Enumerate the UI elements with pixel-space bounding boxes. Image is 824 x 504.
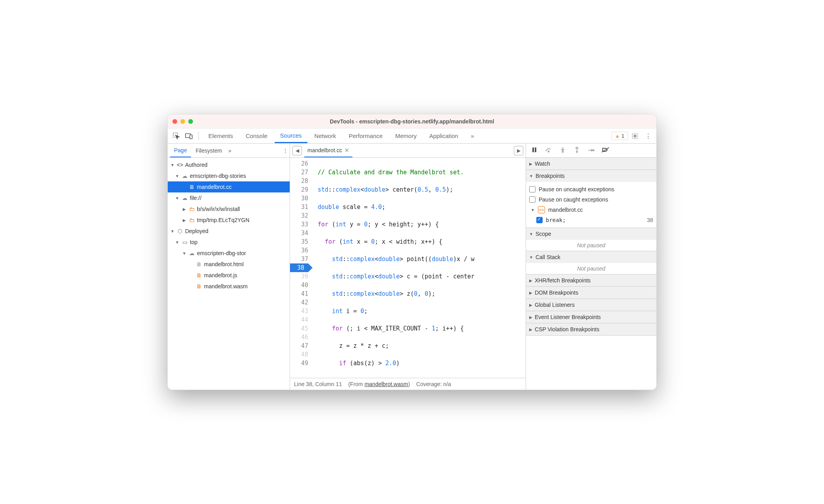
- svg-point-9: [593, 149, 594, 151]
- file-icon: <>: [538, 206, 545, 213]
- tab-console[interactable]: Console: [240, 129, 273, 143]
- xhr-header[interactable]: ▶XHR/fetch Breakpoints: [526, 274, 656, 286]
- settings-icon[interactable]: [629, 131, 640, 142]
- scope-section: ▼Scope Not paused: [526, 228, 656, 251]
- svg-point-6: [548, 151, 549, 152]
- tree-file-mandelbrot-cc[interactable]: 🗎mandelbrot.cc: [168, 181, 290, 192]
- global-listeners-header[interactable]: ▶Global Listeners: [526, 299, 656, 311]
- tree-folder-1[interactable]: ▶🗀b/s/w/ir/x/w/install: [168, 203, 290, 215]
- pause-uncaught-checkbox[interactable]: [529, 186, 536, 192]
- coverage-status: Coverage: n/a: [416, 381, 451, 387]
- debugger-pane: ▶Watch ▼Breakpoints Pause on uncaught ex…: [526, 144, 656, 390]
- svg-rect-2: [190, 135, 192, 139]
- debug-toolbar: [526, 144, 656, 158]
- tab-application[interactable]: Application: [424, 129, 464, 143]
- csp-bp-header[interactable]: ▶CSP Violation Breakpoints: [526, 323, 656, 335]
- navtab-filesystem[interactable]: Filesystem: [192, 144, 226, 157]
- inspect-element-icon[interactable]: [171, 131, 182, 142]
- callstack-header[interactable]: ▼Call Stack: [526, 251, 656, 263]
- warnings-badge[interactable]: ▲ 1: [611, 132, 628, 140]
- dom-bp-header[interactable]: ▶DOM Breakpoints: [526, 287, 656, 299]
- navigator-options-icon[interactable]: ⋮: [283, 147, 287, 154]
- tree-authored[interactable]: ▼<>Authored: [168, 159, 290, 170]
- navigator-pane: Page Filesystem » ⋮ ▼<>Authored ▼☁emscri…: [168, 144, 290, 390]
- global-listeners-section: ▶Global Listeners: [526, 299, 656, 311]
- step-into-icon[interactable]: [558, 147, 567, 155]
- code-content[interactable]: // Calculate and draw the Mandelbrot set…: [312, 158, 526, 378]
- pause-uncaught-row[interactable]: Pause on uncaught exceptions: [529, 184, 653, 194]
- event-bp-section: ▶Event Listener Breakpoints: [526, 311, 656, 323]
- more-options-icon[interactable]: ⋮: [642, 131, 653, 142]
- step-icon[interactable]: [587, 147, 596, 154]
- svg-point-8: [577, 151, 578, 152]
- scope-not-paused: Not paused: [526, 240, 656, 251]
- source-from: (From mandelbrot.wasm): [348, 381, 410, 387]
- code-editor[interactable]: 2627282930313233343536373839404142434445…: [290, 158, 526, 378]
- tab-elements[interactable]: Elements: [203, 129, 239, 143]
- cursor-position: Line 38, Column 11: [294, 381, 342, 387]
- toggle-navigator-icon[interactable]: ◀: [292, 146, 302, 155]
- editor-tab-label: mandelbrot.cc: [307, 147, 342, 153]
- tree-origin-1[interactable]: ▼☁emscripten-dbg-stories: [168, 170, 290, 181]
- line-gutter[interactable]: 2627282930313233343536373839404142434445…: [290, 158, 312, 378]
- tree-origin-2[interactable]: ▼☁emscripten-dbg-stor: [168, 248, 290, 259]
- source-link[interactable]: mandelbrot.wasm: [365, 381, 408, 387]
- breakpoint-entry[interactable]: break;38: [529, 215, 653, 225]
- breakpoint-checkbox[interactable]: [536, 217, 543, 223]
- watch-header[interactable]: ▶Watch: [526, 158, 656, 170]
- pause-caught-checkbox[interactable]: [529, 196, 536, 203]
- breakpoint-marker[interactable]: 38: [290, 263, 308, 272]
- editor-tabs: ◀ mandelbrot.cc ✕ ▶: [290, 144, 526, 158]
- step-over-icon[interactable]: [544, 147, 553, 154]
- svg-rect-4: [532, 147, 534, 152]
- device-toolbar-icon[interactable]: [184, 131, 195, 142]
- event-bp-header[interactable]: ▶Event Listener Breakpoints: [526, 311, 656, 323]
- watch-section: ▶Watch: [526, 158, 656, 170]
- editor-status-bar: Line 38, Column 11 (From mandelbrot.wasm…: [290, 378, 526, 390]
- csp-bp-section: ▶CSP Violation Breakpoints: [526, 323, 656, 336]
- pause-caught-row[interactable]: Pause on caught exceptions: [529, 194, 653, 205]
- svg-rect-5: [535, 147, 536, 152]
- navtab-overflow[interactable]: »: [228, 147, 232, 154]
- tree-deployed[interactable]: ▼⬡Deployed: [168, 226, 290, 237]
- editor-tab[interactable]: mandelbrot.cc ✕: [304, 144, 352, 157]
- scope-header[interactable]: ▼Scope: [526, 228, 656, 240]
- svg-point-7: [562, 151, 564, 152]
- breakpoints-section: ▼Breakpoints Pause on uncaught exception…: [526, 170, 656, 228]
- tab-performance[interactable]: Performance: [343, 129, 388, 143]
- toggle-debugger-icon[interactable]: ▶: [514, 146, 523, 155]
- pause-icon[interactable]: [530, 147, 539, 155]
- tree-file-js[interactable]: 🗎mandelbrot.js: [168, 270, 290, 281]
- editor-pane: ◀ mandelbrot.cc ✕ ▶ 26272829303132333435…: [290, 144, 526, 390]
- callstack-section: ▼Call Stack Not paused: [526, 251, 656, 274]
- close-window-icon[interactable]: [172, 119, 177, 124]
- tab-sources[interactable]: Sources: [275, 129, 307, 143]
- close-tab-icon[interactable]: ✕: [345, 147, 349, 153]
- tree-folder-2[interactable]: ▶🗀tmp/tmp.ELcTq2YGN: [168, 215, 290, 226]
- tree-file-html[interactable]: 🗎mandelbrot.html: [168, 259, 290, 270]
- minimize-window-icon[interactable]: [180, 119, 185, 124]
- panel-tabbar: Elements Console Sources Network Perform…: [168, 129, 656, 144]
- step-out-icon[interactable]: [573, 147, 581, 155]
- breakpoint-file[interactable]: ▼<>mandelbrot.cc: [529, 205, 653, 215]
- tab-memory[interactable]: Memory: [390, 129, 422, 143]
- devtools-window: DevTools - emscripten-dbg-stories.netlif…: [167, 114, 657, 390]
- traffic-lights: [172, 119, 193, 124]
- deactivate-breakpoints-icon[interactable]: [601, 147, 610, 154]
- file-tree: ▼<>Authored ▼☁emscripten-dbg-stories 🗎ma…: [168, 158, 290, 390]
- window-title: DevTools - emscripten-dbg-stories.netlif…: [168, 118, 656, 125]
- tree-file-scheme[interactable]: ▼☁file://: [168, 192, 290, 203]
- svg-point-3: [634, 135, 636, 137]
- warning-count: 1: [622, 133, 624, 139]
- zoom-window-icon[interactable]: [188, 119, 193, 124]
- tab-overflow[interactable]: »: [465, 129, 479, 143]
- navigator-tabs: Page Filesystem » ⋮: [168, 144, 290, 158]
- dom-bp-section: ▶DOM Breakpoints: [526, 287, 656, 299]
- tree-file-wasm[interactable]: 🗎mandelbrot.wasm: [168, 281, 290, 292]
- tab-network[interactable]: Network: [309, 129, 342, 143]
- tree-top-frame[interactable]: ▼▭top: [168, 237, 290, 248]
- breakpoints-header[interactable]: ▼Breakpoints: [526, 170, 656, 182]
- navtab-page[interactable]: Page: [170, 144, 191, 157]
- warning-icon: ▲: [615, 133, 620, 139]
- callstack-not-paused: Not paused: [526, 263, 656, 274]
